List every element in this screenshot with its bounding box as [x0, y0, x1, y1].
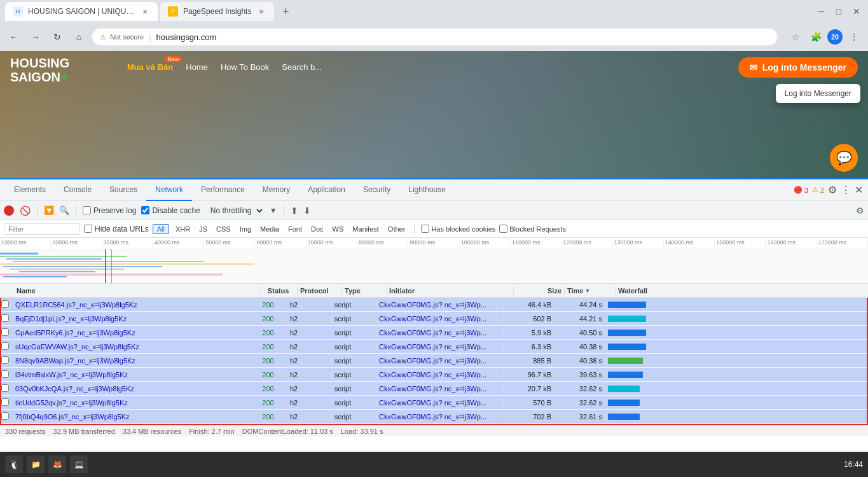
new-tab-button[interactable]: +	[277, 3, 294, 20]
bookmark-button[interactable]: ☆	[787, 28, 804, 46]
tab-network[interactable]: Network	[146, 179, 192, 201]
table-row[interactable]: l34vtmBslxW.js?_nc_x=lj3Wp8lg5Kz 200 h2 …	[1, 368, 867, 382]
row-checkbox[interactable]	[1, 314, 13, 323]
tab-application[interactable]: Application	[299, 179, 354, 201]
table-row[interactable]: ticUddG52qv.js?_nc_x=lj3Wp8lg5Kz 200 h2 …	[1, 396, 867, 410]
blocked-requests-label[interactable]: Blocked Requests	[499, 225, 566, 233]
filter-img[interactable]: Img	[237, 224, 254, 234]
taskbar-terminal[interactable]: 💻	[70, 456, 88, 473]
minimize-icon[interactable]: ─	[815, 5, 827, 18]
col-header-size[interactable]: Size	[514, 287, 565, 295]
has-blocked-cookies-label[interactable]: Has blocked cookies	[421, 225, 495, 233]
nav-link-home[interactable]: Home	[186, 62, 208, 72]
more-options-icon[interactable]: ⚙	[856, 206, 864, 216]
nav-link-new-wrap: Mua và Bán New	[127, 62, 173, 72]
table-row[interactable]: BqEjD1dj1pLjs?_nc_x=lj3Wp8lg5Kz 200 h2 s…	[1, 312, 867, 326]
filter-input[interactable]	[4, 223, 80, 235]
filter-manifest[interactable]: Manifest	[350, 224, 382, 234]
tab-pagespeed[interactable]: P PageSpeed Insights ✕	[160, 2, 274, 21]
col-header-status[interactable]: Status	[259, 287, 298, 295]
disable-cache-label[interactable]: Disable cache	[141, 206, 200, 215]
timeline-area[interactable]: 10000 ms 20000 ms 30000 ms 40000 ms 5000…	[0, 238, 868, 284]
table-row[interactable]: sUqcGaEWVAW.js?_nc_x=lj3Wp8lg5Kz 200 h2 …	[1, 340, 867, 354]
tab-elements[interactable]: Elements	[5, 179, 55, 201]
tab-security[interactable]: Security	[354, 179, 399, 201]
throttle-dropdown-icon[interactable]: ▼	[270, 206, 277, 215]
table-row[interactable]: 03Qv0bKJcQA.js?_nc_x=lj3Wp8lg5Kz 200 h2 …	[1, 382, 867, 396]
col-header-time[interactable]: Time ▼	[565, 287, 616, 295]
filter-doc[interactable]: Doc	[308, 224, 326, 234]
table-row[interactable]: 7fj0bQ4q9O6.js?_nc_x=lj3Wp8lg5Kz 200 h2 …	[1, 410, 867, 424]
nav-link-search[interactable]: Search b...	[282, 62, 322, 72]
col-header-type[interactable]: Type	[342, 287, 387, 295]
preserve-log-label[interactable]: Preserve log	[83, 206, 136, 215]
col-header-protocol[interactable]: Protocol	[298, 287, 342, 295]
disable-cache-checkbox[interactable]	[141, 206, 149, 214]
tab-close-housing[interactable]: ✕	[140, 6, 150, 17]
row-checkbox[interactable]	[1, 412, 13, 421]
tab-sources[interactable]: Sources	[100, 179, 146, 201]
record-button[interactable]	[4, 206, 14, 216]
nav-link-mua[interactable]: Mua và Bán	[127, 62, 173, 72]
tab-memory[interactable]: Memory	[254, 179, 299, 201]
filter-js[interactable]: JS	[196, 224, 210, 234]
row-checkbox[interactable]	[1, 342, 13, 351]
import-icon[interactable]: ⬆	[291, 206, 298, 216]
tab-close-pagespeed[interactable]: ✕	[256, 6, 266, 17]
throttle-select[interactable]: No throttling	[205, 204, 265, 217]
filter-font[interactable]: Font	[286, 224, 305, 234]
hide-data-urls-label[interactable]: Hide data URLs	[84, 225, 149, 234]
cell-waterfall	[605, 368, 867, 381]
row-checkbox[interactable]	[1, 356, 13, 365]
row-checkbox[interactable]	[1, 384, 13, 393]
devtools-settings-icon[interactable]: ⚙	[828, 184, 837, 196]
filter-icon[interactable]: 🔽	[44, 206, 54, 215]
reload-button[interactable]: ↻	[48, 28, 66, 46]
fb-chat-bubble[interactable]: 💬	[830, 144, 858, 172]
blocked-requests-checkbox[interactable]	[499, 225, 507, 233]
profile-button[interactable]: 20	[827, 29, 843, 45]
taskbar-files[interactable]: 📁	[27, 456, 45, 473]
devtools-more-icon[interactable]: ⋮	[841, 184, 851, 196]
filter-all-btn[interactable]: All	[153, 224, 169, 234]
close-icon[interactable]: ✕	[850, 5, 863, 18]
preserve-log-checkbox[interactable]	[83, 206, 91, 214]
menu-button[interactable]: ⋮	[845, 28, 863, 46]
extensions-puzzle-icon[interactable]: 🧩	[807, 28, 825, 46]
home-button[interactable]: ⌂	[70, 28, 88, 46]
col-header-initiator[interactable]: Initiator	[387, 287, 514, 295]
row-checkbox[interactable]	[1, 328, 13, 337]
filter-xhr[interactable]: XHR	[173, 224, 193, 234]
tab-lighthouse[interactable]: Lighthouse	[399, 179, 455, 201]
row-checkbox[interactable]	[1, 300, 13, 309]
export-icon[interactable]: ⬇	[303, 206, 311, 216]
table-row[interactable]: QXELR1RC564.js?_nc_x=lj3Wp8lg5Kz 200 h2 …	[1, 298, 867, 312]
tab-housing[interactable]: H HOUSING SAIGON | UNIQUE A... ✕	[5, 2, 158, 21]
cell-protocol: h2	[287, 371, 332, 379]
taskbar-firefox[interactable]: 🦊	[48, 456, 66, 473]
messenger-button[interactable]: ✉ Log into Messenger	[738, 57, 858, 78]
tab-performance[interactable]: Performance	[192, 179, 254, 201]
filter-css[interactable]: CSS	[214, 224, 233, 234]
row-checkbox[interactable]	[1, 398, 13, 407]
col-header-name[interactable]: Name	[11, 287, 259, 295]
table-row[interactable]: GpAed5PRKy6.js?_nc_x=lj3Wp8lg5Kz 200 h2 …	[1, 326, 867, 340]
forward-button[interactable]: →	[27, 28, 45, 46]
row-checkbox[interactable]	[1, 370, 13, 379]
nav-link-howtobook[interactable]: How To Book	[221, 62, 269, 72]
table-row[interactable]: 8N8qv9ABWap.js?_nc_x=lj3Wp8lg5Kz 200 h2 …	[1, 354, 867, 368]
search-icon[interactable]: 🔍	[59, 206, 69, 215]
clear-button[interactable]: 🚫	[19, 205, 31, 216]
address-field[interactable]: ⚠ Not secure | housingsgn.com	[92, 28, 778, 46]
back-button[interactable]: ←	[5, 28, 23, 46]
has-blocked-cookies-checkbox[interactable]	[421, 225, 429, 233]
devtools-close-icon[interactable]: ✕	[855, 184, 863, 196]
col-header-waterfall[interactable]: Waterfall	[616, 287, 868, 295]
filter-ws[interactable]: WS	[330, 224, 347, 234]
hide-data-urls-checkbox[interactable]	[84, 225, 92, 233]
filter-other[interactable]: Other	[385, 224, 408, 234]
filter-media[interactable]: Media	[258, 224, 282, 234]
taskbar-start[interactable]: 🐧	[5, 456, 23, 473]
restore-icon[interactable]: □	[832, 5, 845, 18]
tab-console[interactable]: Console	[55, 179, 100, 201]
